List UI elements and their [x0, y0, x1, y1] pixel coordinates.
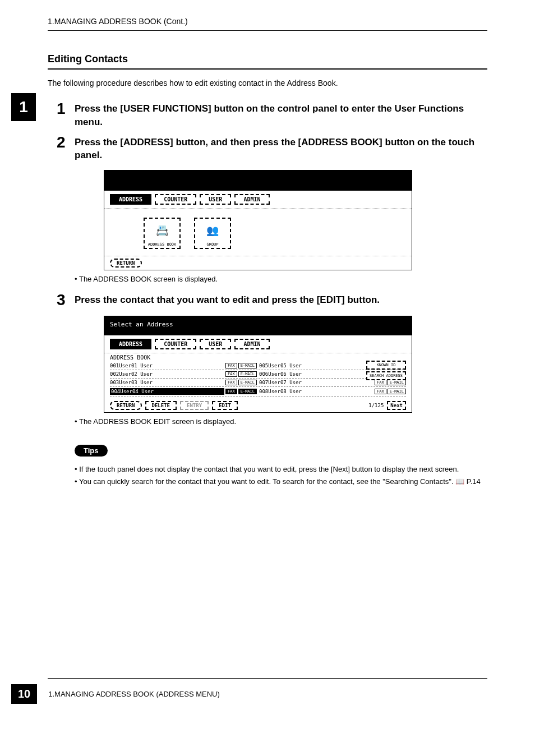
step-number: 1	[57, 101, 75, 129]
tab-counter-2[interactable]: COUNTER	[155, 339, 196, 349]
step-3: 3 Press the contact that you want to edi…	[57, 292, 487, 308]
address-book-subtitle: ADDRESS BOOK	[104, 353, 412, 362]
return-button-2[interactable]: RETURN	[110, 401, 142, 410]
page-indicator: 1/125	[368, 403, 384, 408]
group-icon: 👥	[206, 219, 219, 242]
fax-button[interactable]: FAX	[375, 380, 386, 385]
side-buttons: KNOWN ID SEARCH ADDRESS	[366, 361, 406, 380]
step-2: 2 Press the [ADDRESS] button, and then p…	[57, 135, 487, 163]
note-address-book-displayed: The ADDRESS BOOK screen is displayed.	[75, 275, 487, 283]
step-number: 2	[57, 135, 75, 163]
email-button[interactable]: E-MAIL	[388, 389, 406, 394]
contact-001[interactable]: 001User01 User FAX E-MAIL	[110, 363, 257, 368]
note-edit-screen-displayed: The ADDRESS BOOK EDIT screen is displaye…	[75, 417, 487, 426]
group-button[interactable]: 👥 GROUP	[194, 218, 231, 249]
next-button[interactable]: Next	[387, 401, 406, 410]
bottom-row: RETURN	[104, 256, 412, 270]
page-number: 10	[11, 684, 37, 704]
action-row: RETURN DELETE ENTRY EDIT 1/125 Next	[104, 399, 412, 412]
tab-address[interactable]: ADDRESS	[110, 194, 151, 205]
entry-button[interactable]: ENTRY	[180, 401, 209, 410]
fax-button[interactable]: FAX	[375, 389, 386, 394]
tab-user[interactable]: USER	[200, 194, 231, 205]
delete-button[interactable]: DELETE	[145, 401, 177, 410]
email-button[interactable]: E-MAIL	[238, 363, 257, 368]
page-footer: 10 1.MANAGING ADDRESS BOOK (ADDRESS MENU…	[48, 678, 487, 704]
chapter-tab: 1	[11, 93, 36, 121]
address-book-label: ADDRESS BOOK	[148, 242, 177, 247]
contact-row: 002User02 User FAX E-MAIL 006User06 User…	[110, 370, 406, 379]
select-address-header: Select an Address	[104, 316, 412, 335]
fax-button[interactable]: FAX	[225, 363, 237, 368]
fax-button[interactable]: FAX	[225, 380, 237, 385]
tip-1: If the touch panel does not display the …	[75, 464, 487, 474]
email-button[interactable]: E-MAIL	[238, 389, 257, 394]
known-id-button[interactable]: KNOWN ID	[366, 361, 406, 370]
tab-counter[interactable]: COUNTER	[155, 194, 196, 205]
tab-row: ADDRESS COUNTER USER ADMIN	[104, 191, 412, 209]
header-rule	[48, 30, 487, 31]
tab-admin-2[interactable]: ADMIN	[234, 339, 269, 349]
contact-row-selected: 004User04 User FAX E-MAIL 008User08 User…	[110, 387, 406, 397]
address-book-icon: 📇	[156, 219, 168, 242]
contact-row: 001User01 User FAX E-MAIL 005User05 User…	[110, 362, 406, 370]
edit-button[interactable]: EDIT	[212, 401, 238, 410]
section-title: Editing Contacts	[48, 53, 487, 70]
contact-003[interactable]: 003User03 User FAX E-MAIL	[110, 380, 257, 385]
email-button[interactable]: E-MAIL	[238, 371, 257, 377]
contact-002[interactable]: 002User02 User FAX E-MAIL	[110, 371, 257, 377]
screenshot-address-menu: ADDRESS COUNTER USER ADMIN 📇 ADDRESS BOO…	[104, 170, 412, 270]
contact-row: 003User03 User FAX E-MAIL 007User07 User…	[110, 379, 406, 387]
search-address-button[interactable]: SEARCH ADDRESS	[366, 371, 406, 380]
contact-008[interactable]: 008User08 User FAX E-MAIL	[259, 388, 406, 395]
email-button[interactable]: E-MAIL	[388, 380, 406, 385]
tab-address-2[interactable]: ADDRESS	[110, 339, 151, 349]
tab-row-2: ADDRESS COUNTER USER ADMIN	[104, 335, 412, 353]
step-text: Press the [ADDRESS] button, and then pre…	[75, 135, 487, 163]
step-number: 3	[57, 292, 75, 308]
fax-button[interactable]: FAX	[225, 371, 237, 377]
tip-2: You can quickly search for the contact t…	[75, 477, 487, 487]
panel-black-bar	[104, 170, 412, 191]
address-book-button[interactable]: 📇 ADDRESS BOOK	[144, 218, 181, 249]
email-button[interactable]: E-MAIL	[238, 380, 257, 385]
fax-button[interactable]: FAX	[225, 389, 237, 394]
step-text: Press the [USER FUNCTIONS] button on the…	[75, 101, 487, 129]
step-text: Press the contact that you want to edit …	[75, 292, 380, 308]
intro-text: The following procedure describes how to…	[48, 79, 487, 87]
tab-user-2[interactable]: USER	[200, 339, 231, 349]
contact-007[interactable]: 007User07 User FAX E-MAIL	[259, 380, 406, 385]
page-header: 1.MANAGING ADDRESS BOOK (Cont.)	[48, 17, 487, 26]
step-1: 1 Press the [USER FUNCTIONS] button on t…	[57, 101, 487, 129]
screenshot-address-book-list: Select an Address ADDRESS COUNTER USER A…	[104, 316, 412, 413]
group-label: GROUP	[206, 242, 218, 247]
tab-admin[interactable]: ADMIN	[234, 194, 269, 205]
contact-grid: KNOWN ID SEARCH ADDRESS 001User01 User F…	[104, 362, 412, 399]
footer-text: 1.MANAGING ADDRESS BOOK (ADDRESS MENU)	[48, 690, 220, 698]
tips-badge: Tips	[75, 445, 108, 457]
return-button[interactable]: RETURN	[110, 259, 142, 268]
contact-004[interactable]: 004User04 User FAX E-MAIL	[110, 388, 257, 395]
icon-row: 📇 ADDRESS BOOK 👥 GROUP	[104, 209, 412, 256]
